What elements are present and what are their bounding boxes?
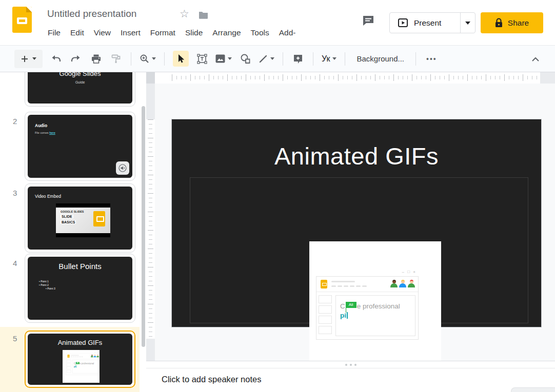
- slide-title-text[interactable]: Animated GIFs: [172, 142, 541, 170]
- lock-icon: [495, 18, 503, 28]
- present-button[interactable]: Present: [390, 13, 460, 33]
- slide-thumbnail-3[interactable]: Video Embed GOOGLE SLIDES SLIDE BASICS: [25, 183, 135, 253]
- document-title[interactable]: Untitled presentation: [47, 8, 136, 19]
- animated-gif-image[interactable]: – □ ×: [309, 241, 441, 373]
- undo-button[interactable]: [49, 52, 63, 66]
- header-actions: Present Share: [340, 0, 555, 45]
- toolbar-separator: [313, 52, 313, 66]
- image-icon: [215, 54, 225, 63]
- redo-button[interactable]: [69, 52, 83, 66]
- thumb3-title: Video Embed: [35, 194, 61, 199]
- horizontal-ruler: [155, 72, 555, 84]
- slide-thumbnail-1[interactable]: Google Slides Guide: [25, 72, 135, 107]
- present-button-group: Present: [389, 12, 475, 33]
- slide-content-placeholder[interactable]: – □ ×: [190, 177, 528, 323]
- insert-comment-button[interactable]: [291, 52, 305, 66]
- speaker-notes-area[interactable]: Click to add speaker notes: [146, 368, 555, 392]
- mockup-header: [316, 277, 418, 292]
- slides-logo-small-icon: [93, 211, 105, 226]
- slide-filmstrip: 2 3 4 5 Google Slides Guide Audio File c…: [0, 72, 146, 392]
- paint-roller-icon: [111, 54, 121, 64]
- menu-arrange[interactable]: Arrange: [212, 28, 241, 37]
- ruler-corner: [146, 72, 155, 84]
- current-slide[interactable]: Animated GIFs – □ ×: [172, 119, 541, 327]
- move-folder-icon[interactable]: [199, 11, 208, 19]
- chevron-down-icon: [465, 22, 470, 25]
- speaker-icon: [118, 164, 127, 172]
- thumb2-link: here: [49, 131, 55, 134]
- collaborator-avatars: [390, 279, 415, 288]
- menu-view[interactable]: View: [94, 28, 111, 37]
- window-controls: – □ ×: [402, 270, 417, 274]
- toolbar-separator: [131, 52, 131, 66]
- present-label: Present: [414, 18, 441, 28]
- insert-shape-button[interactable]: [239, 52, 252, 66]
- more-options-button[interactable]: •••: [424, 55, 439, 63]
- background-button[interactable]: Background...: [353, 54, 407, 63]
- share-button[interactable]: Share: [481, 12, 543, 33]
- slide-number-4: 4: [13, 259, 22, 267]
- text-box-icon: [197, 54, 207, 64]
- mockup-thumbnail-column: [319, 295, 332, 336]
- thumb4-bullets: • Point 1 • Point 2 • Point 3: [39, 280, 55, 291]
- insert-image-button[interactable]: [215, 54, 232, 63]
- header: Untitled presentation ☆ File Edit View I…: [0, 0, 555, 45]
- mockup-title-placeholder: [331, 281, 355, 282]
- theme-text-button[interactable]: Ук: [322, 54, 336, 64]
- slide-canvas[interactable]: Animated GIFs – □ ×: [155, 84, 555, 361]
- notes-resize-handle[interactable]: [146, 361, 555, 368]
- video-text-line2: BASICS: [61, 220, 76, 224]
- redo-icon: [71, 54, 81, 63]
- toolbar: Ук Background... •••: [0, 45, 555, 72]
- video-brand-text: GOOGLE SLIDES: [61, 210, 84, 213]
- avatar: [390, 279, 398, 288]
- chevron-down-icon: [332, 57, 336, 60]
- mockup-slide-box: CAlie professional pi: [335, 295, 415, 336]
- chevron-down-icon: [152, 57, 156, 60]
- thumb4-title: Bullet Points: [28, 262, 132, 271]
- comments-button[interactable]: [361, 14, 375, 28]
- menu-format[interactable]: Format: [150, 28, 175, 37]
- slides-logo-screen: [17, 17, 27, 24]
- slide-thumbnail-5-selected[interactable]: Animated GIFs – □ ×: [25, 331, 135, 388]
- slide-thumbnail-4[interactable]: Bullet Points • Point 1 • Point 2 • Poin…: [25, 254, 135, 323]
- slide-thumbnail-2[interactable]: Audio File comes here: [25, 112, 135, 181]
- menu-edit[interactable]: Edit: [70, 28, 84, 37]
- slide-number-5: 5: [13, 334, 22, 343]
- menu-file[interactable]: File: [48, 28, 61, 37]
- toolbar-separator: [345, 52, 345, 66]
- mockup-typed-line2: pi: [340, 312, 348, 319]
- print-icon: [91, 54, 101, 64]
- menubar: File Edit View Insert Format Slide Arran…: [48, 28, 295, 37]
- toolbar-separator: [164, 52, 165, 66]
- speaker-notes-placeholder: Click to add speaker notes: [162, 375, 261, 384]
- toolbar-separator: [415, 52, 416, 66]
- video-thumbnail: GOOGLE SLIDES SLIDE BASICS: [56, 203, 110, 237]
- text-box-button[interactable]: [195, 52, 209, 66]
- new-slide-button[interactable]: [14, 50, 43, 68]
- avatar: [408, 279, 415, 288]
- mockup-slides-logo-icon: [321, 280, 327, 288]
- comment-icon: [361, 14, 375, 28]
- thumb5-title: Animated GIFs: [28, 339, 132, 346]
- chevron-down-icon: [32, 57, 36, 60]
- insert-line-button[interactable]: [259, 54, 274, 64]
- gif-mockup-window: – □ ×: [316, 270, 419, 340]
- present-dropdown-button[interactable]: [460, 13, 475, 33]
- menu-insert[interactable]: Insert: [121, 28, 141, 37]
- star-icon[interactable]: ☆: [180, 8, 189, 20]
- hide-menus-button[interactable]: [531, 56, 540, 61]
- filmstrip-scrollbar[interactable]: [142, 106, 145, 347]
- thumb2-body: File comes here: [35, 131, 55, 134]
- main-area: Animated GIFs – □ ×: [146, 72, 555, 392]
- slides-logo-icon[interactable]: [12, 7, 32, 33]
- menu-addons[interactable]: Add-: [279, 28, 296, 37]
- print-button[interactable]: [89, 52, 103, 66]
- select-tool-button[interactable]: [173, 51, 189, 67]
- menu-tools[interactable]: Tools: [251, 28, 269, 37]
- share-label: Share: [508, 18, 529, 28]
- paint-format-button[interactable]: [109, 52, 123, 66]
- google-slides-app: Untitled presentation ☆ File Edit View I…: [0, 0, 555, 392]
- zoom-button[interactable]: [140, 54, 156, 64]
- menu-slide[interactable]: Slide: [185, 28, 203, 37]
